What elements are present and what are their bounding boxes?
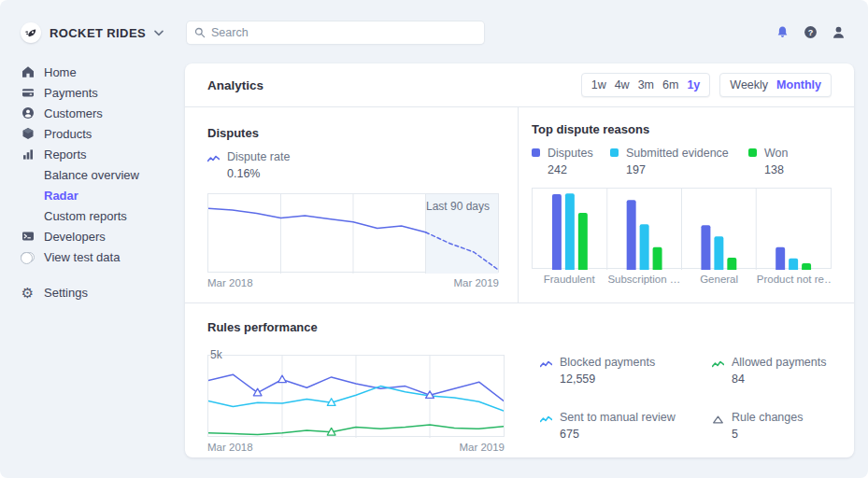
- dispute-rate-legend: Dispute rate 0.16%: [207, 149, 499, 182]
- sidebar-item-home[interactable]: Home: [21, 62, 179, 82]
- submitted-evidence-legend-item: Submitted evidence 197: [610, 146, 748, 178]
- frequency-selector: Weekly Monthly: [719, 73, 832, 97]
- category-labels: Fraudulent Subscription … General Produc…: [532, 274, 832, 285]
- products-icon: [21, 127, 35, 140]
- brand-name: ROCKET RIDES: [50, 26, 146, 40]
- legend-label: Blocked payments: [560, 355, 655, 370]
- user-profile-icon[interactable]: [832, 25, 846, 39]
- sidebar-label: Payments: [44, 86, 98, 100]
- frequency-option-weekly[interactable]: Weekly: [730, 78, 768, 91]
- legend-value: 138: [764, 162, 788, 177]
- x-end-label: Mar 2019: [459, 442, 505, 453]
- sidebar-item-radar[interactable]: Radar: [21, 185, 179, 205]
- rule-changes-legend-item: Rule changes 5: [712, 410, 826, 443]
- dispute-reasons-chart: [532, 188, 832, 269]
- help-icon[interactable]: ?: [804, 25, 818, 39]
- category-label: Product not re…: [757, 274, 832, 285]
- range-option-6m[interactable]: 6m: [662, 78, 678, 91]
- sidebar-item-custom-reports[interactable]: Custom reports: [21, 205, 179, 226]
- legend-value: 5: [732, 427, 803, 442]
- page-title: Analytics: [207, 78, 263, 92]
- home-icon: [21, 65, 35, 78]
- line-series-icon: [540, 413, 552, 443]
- svg-text:?: ?: [808, 28, 814, 37]
- rules-performance-panel: Rules performance 5k Mar 2018 Mar 2019: [185, 303, 854, 453]
- account-switcher[interactable]: ROCKET RIDES: [21, 22, 164, 43]
- test-data-toggle[interactable]: [21, 252, 35, 262]
- sidebar-label: Balance overview: [44, 168, 139, 182]
- range-option-3m[interactable]: 3m: [638, 78, 654, 91]
- disputes-legend-item: Disputes 242: [532, 146, 610, 178]
- range-option-1w[interactable]: 1w: [591, 78, 606, 91]
- legend-label: Allowed payments: [732, 355, 826, 370]
- sidebar-label: Home: [44, 65, 77, 79]
- disputes-panel: Disputes Dispute rate 0.16% Last 90 days…: [185, 107, 519, 302]
- legend-label: Submitted evidence: [626, 146, 729, 161]
- reports-icon: [21, 148, 35, 161]
- analytics-header: Analytics 1w 4w 3m 6m 1y Weekly Monthly: [185, 63, 854, 107]
- settings-gear-icon: ⚙: [21, 286, 35, 300]
- sidebar-item-reports[interactable]: Reports: [21, 144, 179, 164]
- highlight-region-label: Last 90 days: [426, 200, 490, 213]
- won-legend-item: Won 138: [748, 146, 788, 178]
- category-label: Fraudulent: [532, 274, 606, 285]
- frequency-option-monthly[interactable]: Monthly: [776, 78, 821, 91]
- payments-icon: [21, 86, 35, 99]
- allowed-payments-legend-item: Allowed payments 84: [712, 355, 826, 387]
- y-axis-label: 5k: [210, 348, 222, 361]
- range-option-1y[interactable]: 1y: [687, 78, 700, 91]
- rocket-logo-icon: [21, 22, 41, 43]
- sidebar-label: Reports: [44, 148, 87, 162]
- search-icon: [194, 27, 206, 38]
- date-range-selector: 1w 4w 3m 6m 1y: [581, 73, 711, 97]
- legend-value: 84: [732, 372, 826, 387]
- view-test-data-row[interactable]: View test data: [21, 246, 179, 267]
- panel-title: Top dispute reasons: [532, 122, 832, 136]
- category-label: Subscription …: [606, 274, 681, 285]
- chevron-down-icon: [154, 30, 164, 36]
- legend-value: 242: [548, 162, 593, 177]
- sidebar-label: Customers: [44, 106, 103, 120]
- disputes-swatch-icon: [532, 148, 540, 157]
- sidebar-item-balance-overview[interactable]: Balance overview: [21, 164, 179, 185]
- notifications-bell-icon[interactable]: [776, 25, 790, 39]
- category-label: General: [682, 274, 757, 285]
- won-swatch-icon: [748, 148, 757, 157]
- line-series-icon: [540, 358, 552, 387]
- sidebar-item-settings[interactable]: ⚙ Settings: [21, 282, 179, 302]
- legend-label: Dispute rate: [227, 149, 290, 164]
- sidebar: Home Payments Customers Products Reports…: [21, 62, 179, 302]
- legend-value: 12,559: [560, 372, 655, 387]
- sidebar-item-customers[interactable]: Customers: [21, 103, 179, 123]
- sidebar-item-products[interactable]: Products: [21, 123, 179, 144]
- legend-label: Rule changes: [732, 410, 803, 425]
- developers-icon: [21, 230, 35, 243]
- line-series-icon: [712, 358, 724, 387]
- search-box: [187, 21, 484, 44]
- range-option-4w[interactable]: 4w: [615, 78, 630, 91]
- customers-icon: [21, 106, 35, 120]
- submitted-evidence-swatch-icon: [610, 148, 619, 157]
- x-start-label: Mar 2018: [207, 442, 253, 453]
- dispute-rate-chart: Last 90 days: [207, 193, 499, 273]
- x-axis-labels: Mar 2018 Mar 2019: [207, 277, 499, 288]
- sidebar-item-payments[interactable]: Payments: [21, 82, 179, 103]
- search-input[interactable]: [211, 26, 477, 39]
- legend-value: 675: [560, 427, 676, 442]
- sidebar-label: Developers: [44, 230, 106, 244]
- sidebar-item-developers[interactable]: Developers: [21, 226, 179, 246]
- legend-label: Disputes: [548, 146, 593, 161]
- rules-performance-chart: 5k: [207, 355, 505, 437]
- rules-legend: Blocked payments 12,559 Allowed payments…: [540, 355, 826, 453]
- app-window: ROCKET RIDES ? Home Payments Customers: [0, 0, 868, 478]
- legend-label: Won: [764, 146, 788, 161]
- line-series-icon: [207, 152, 220, 182]
- triangle-marker-icon: [712, 413, 724, 443]
- analytics-card: Analytics 1w 4w 3m 6m 1y Weekly Monthly …: [185, 63, 854, 457]
- legend-value: 197: [626, 162, 729, 177]
- dispute-reasons-panel: Top dispute reasons Disputes 242 Submitt…: [519, 107, 854, 302]
- panel-title: Disputes: [207, 126, 499, 140]
- x-axis-labels: Mar 2018 Mar 2019: [207, 442, 505, 453]
- x-start-label: Mar 2018: [207, 277, 253, 288]
- panel-title: Rules performance: [207, 320, 832, 334]
